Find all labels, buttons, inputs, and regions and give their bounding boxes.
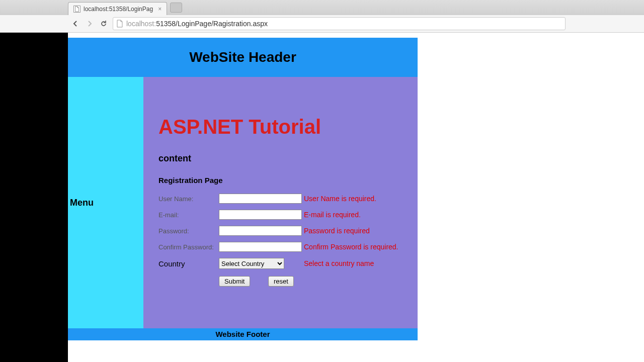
content-label: content xyxy=(158,153,403,164)
email-input[interactable] xyxy=(219,210,302,220)
site-header: WebSite Header xyxy=(68,38,418,77)
reload-button[interactable] xyxy=(99,19,109,29)
registration-title: Registration Page xyxy=(158,176,403,185)
nav-bar: localhost:51358/LoginPage/Ragistration.a… xyxy=(0,15,644,32)
confirm-password-input[interactable] xyxy=(219,242,302,252)
tutorial-title: ASP.NET Tutorial xyxy=(158,116,403,138)
content-area: ASP.NET Tutorial content Registration Pa… xyxy=(143,77,418,328)
menu-label: Menu xyxy=(70,198,141,208)
tab-title: localhost:51358/LoginPag xyxy=(84,6,153,13)
forward-button[interactable] xyxy=(85,19,95,29)
password-error: Password is required xyxy=(304,223,400,239)
country-select[interactable]: Select Country xyxy=(219,258,284,269)
footer-text: Website Footer xyxy=(215,330,270,338)
new-tab-button[interactable] xyxy=(170,3,182,13)
close-icon[interactable]: × xyxy=(158,6,162,13)
reset-button[interactable]: reset xyxy=(268,276,294,287)
username-error: User Name is required. xyxy=(304,191,400,207)
url-bar[interactable]: localhost:51358/LoginPage/Ragistration.a… xyxy=(113,17,566,30)
username-label: User Name: xyxy=(158,191,219,207)
page-content: WebSite Header Menu ASP.NET Tutorial con… xyxy=(68,33,644,362)
site-footer: Website Footer xyxy=(68,328,418,340)
browser-tab[interactable]: localhost:51358/LoginPag × xyxy=(68,2,167,15)
email-error: E-mail is required. xyxy=(304,207,400,223)
tab-bar: localhost:51358/LoginPag × xyxy=(0,0,644,15)
confirm-password-label: Confirm Password: xyxy=(158,239,219,255)
file-icon xyxy=(73,6,80,13)
browser-chrome: localhost:51358/LoginPag × localhost:513… xyxy=(0,0,644,33)
site-layout: WebSite Header Menu ASP.NET Tutorial con… xyxy=(68,38,418,340)
url-text: localhost:51358/LoginPage/Ragistration.a… xyxy=(126,20,268,28)
submit-button[interactable]: Submit xyxy=(219,276,250,287)
username-input[interactable] xyxy=(219,194,302,204)
site-header-title: WebSite Header xyxy=(68,49,418,65)
password-label: Password: xyxy=(158,223,219,239)
country-error: Select a country name xyxy=(304,255,400,272)
password-input[interactable] xyxy=(219,226,302,236)
email-label: E-mail: xyxy=(158,207,219,223)
registration-form: User Name: User Name is required. E-mail… xyxy=(158,191,400,290)
confirm-password-error: Confirm Password is required. xyxy=(304,239,400,255)
back-button[interactable] xyxy=(70,19,80,29)
country-label: Country xyxy=(158,255,219,272)
menu-sidebar: Menu xyxy=(68,77,143,328)
viewport: WebSite Header Menu ASP.NET Tutorial con… xyxy=(0,33,644,362)
page-icon xyxy=(116,20,123,28)
